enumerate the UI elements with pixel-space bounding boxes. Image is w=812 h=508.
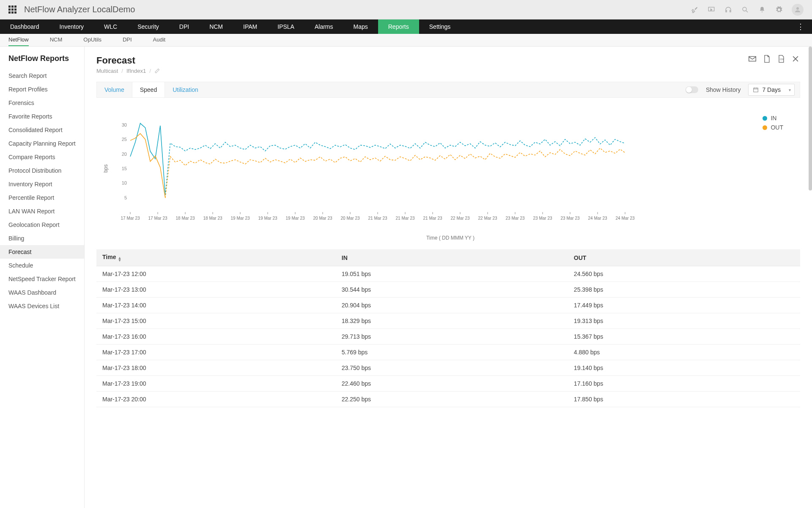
- chart: bps IN OUT 5101520253017 Mar 2317 Mar 23…: [96, 106, 800, 245]
- user-avatar[interactable]: [792, 4, 804, 16]
- edit-icon[interactable]: [154, 68, 160, 74]
- svg-text:24 Mar 23: 24 Mar 23: [588, 216, 607, 221]
- nav-more-icon[interactable]: ⋮: [789, 19, 812, 34]
- breadcrumb-item[interactable]: IfIndex1: [126, 68, 146, 74]
- sidebar-item-percentile-report[interactable]: Percentile Report: [0, 191, 84, 204]
- sidebar-item-waas-devices-list[interactable]: WAAS Devices List: [0, 299, 84, 313]
- apps-grid-icon[interactable]: [8, 6, 16, 14]
- chart-legend: IN OUT: [763, 115, 783, 133]
- svg-text:19 Mar 23: 19 Mar 23: [230, 216, 250, 221]
- filter-tab-volume[interactable]: Volume: [97, 82, 132, 97]
- svg-text:21 Mar 23: 21 Mar 23: [395, 216, 414, 221]
- gear-icon[interactable]: [775, 6, 783, 14]
- legend-item-out[interactable]: OUT: [763, 124, 783, 131]
- svg-text:15: 15: [122, 166, 127, 171]
- svg-text:CSV: CSV: [780, 58, 785, 61]
- show-history-label: Show History: [706, 86, 741, 93]
- email-icon[interactable]: [748, 54, 757, 64]
- svg-text:21 Mar 23: 21 Mar 23: [368, 216, 387, 221]
- app-title: NetFlow Analyzer LocalDemo: [24, 5, 135, 14]
- headset-icon[interactable]: [724, 6, 732, 14]
- nav-tab-ncm[interactable]: NCM: [199, 19, 233, 34]
- svg-text:17 Mar 23: 17 Mar 23: [148, 216, 167, 221]
- main-nav: DashboardInventoryWLCSecurityDPINCMIPAMI…: [0, 19, 812, 34]
- svg-text:21 Mar 23: 21 Mar 23: [423, 216, 442, 221]
- svg-text:20: 20: [122, 152, 127, 157]
- csv-icon[interactable]: CSV: [776, 54, 786, 64]
- show-history-toggle[interactable]: [686, 86, 698, 93]
- nav-tab-ipsla[interactable]: IPSLA: [267, 19, 304, 34]
- sub-tab-ncm[interactable]: NCM: [50, 34, 63, 46]
- sidebar-item-waas-dashboard[interactable]: WAAS Dashboard: [0, 286, 84, 299]
- nav-tab-ipam[interactable]: IPAM: [233, 19, 267, 34]
- table-row: Mar-17-23 20:0022.250 bps17.850 bps: [96, 392, 800, 407]
- nav-tab-wlc[interactable]: WLC: [94, 19, 127, 34]
- nav-tab-dashboard[interactable]: Dashboard: [0, 19, 49, 34]
- sidebar-item-geolocation-report[interactable]: Geolocation Report: [0, 218, 84, 232]
- nav-tab-alarms[interactable]: Alarms: [304, 19, 343, 34]
- column-header-out[interactable]: OUT: [568, 249, 800, 266]
- sidebar-item-protocol-distribution[interactable]: Protocol Distribution: [0, 164, 84, 177]
- legend-item-in[interactable]: IN: [763, 115, 783, 121]
- sub-nav: NetFlowNCMOpUtilsDPIAudit: [0, 34, 812, 47]
- svg-rect-3: [749, 57, 756, 61]
- sidebar-item-netspeed-tracker-report[interactable]: NetSpeed Tracker Report: [0, 272, 84, 286]
- sidebar-item-forensics[interactable]: Forensics: [0, 96, 84, 110]
- scrollbar-thumb[interactable]: [809, 47, 812, 190]
- sidebar-item-schedule[interactable]: Schedule: [0, 259, 84, 272]
- sidebar-item-search-report[interactable]: Search Report: [0, 69, 84, 83]
- filter-tab-speed[interactable]: Speed: [132, 82, 165, 97]
- sidebar-item-capacity-planning-report[interactable]: Capacity Planning Report: [0, 137, 84, 150]
- sub-tab-oputils[interactable]: OpUtils: [83, 34, 102, 46]
- table-row: Mar-17-23 14:0020.904 bps17.449 bps: [96, 298, 800, 313]
- nav-tab-dpi[interactable]: DPI: [169, 19, 199, 34]
- filter-bar: VolumeSpeedUtilization Show History 7 Da…: [96, 82, 800, 98]
- chart-xlabel: Time ( DD MMM YY ): [113, 235, 787, 241]
- period-select[interactable]: 7 Days: [748, 84, 795, 96]
- svg-text:20 Mar 23: 20 Mar 23: [340, 216, 359, 221]
- bell-icon[interactable]: [758, 6, 766, 14]
- sub-tab-audit[interactable]: Audit: [153, 34, 166, 46]
- breadcrumb: Multicast / IfIndex1 /: [96, 68, 800, 74]
- nav-tab-settings[interactable]: Settings: [419, 19, 461, 34]
- sidebar-item-inventory-report[interactable]: Inventory Report: [0, 177, 84, 191]
- chart-canvas: 5101520253017 Mar 2317 Mar 2318 Mar 2318…: [113, 115, 650, 233]
- nav-tab-reports[interactable]: Reports: [378, 19, 419, 34]
- sidebar-item-billing[interactable]: Billing: [0, 232, 84, 245]
- search-icon[interactable]: [741, 6, 749, 14]
- table-row: Mar-17-23 19:0022.460 bps17.160 bps: [96, 376, 800, 392]
- presentation-icon[interactable]: [707, 6, 716, 14]
- sort-icon: ▲▼: [118, 257, 121, 262]
- main-content: Forecast Multicast / IfIndex1 / CSV Volu…: [85, 47, 812, 508]
- table-row: Mar-17-23 16:0029.713 bps15.367 bps: [96, 329, 800, 345]
- svg-text:10: 10: [122, 180, 127, 185]
- sidebar: NetFlow Reports Search ReportReport Prof…: [0, 47, 85, 508]
- breadcrumb-item[interactable]: Multicast: [96, 68, 118, 74]
- close-icon[interactable]: [791, 54, 800, 64]
- svg-text:22 Mar 23: 22 Mar 23: [450, 216, 469, 221]
- nav-tab-security[interactable]: Security: [127, 19, 169, 34]
- nav-tab-maps[interactable]: Maps: [343, 19, 378, 34]
- svg-text:23 Mar 23: 23 Mar 23: [505, 216, 524, 221]
- sidebar-item-consolidated-report[interactable]: Consolidated Report: [0, 123, 84, 137]
- svg-text:18 Mar 23: 18 Mar 23: [176, 216, 195, 221]
- svg-rect-5: [754, 88, 758, 92]
- calendar-icon: [753, 87, 759, 93]
- table-row: Mar-17-23 17:005.769 bps4.880 bps: [96, 345, 800, 360]
- column-header-in[interactable]: IN: [336, 249, 568, 266]
- filter-tab-utilization[interactable]: Utilization: [165, 82, 206, 97]
- pdf-icon[interactable]: [762, 54, 771, 64]
- sidebar-item-favorite-reports[interactable]: Favorite Reports: [0, 110, 84, 123]
- sidebar-item-report-profiles[interactable]: Report Profiles: [0, 83, 84, 96]
- table-row: Mar-17-23 15:0018.329 bps19.313 bps: [96, 313, 800, 329]
- sidebar-item-forecast[interactable]: Forecast: [0, 245, 84, 259]
- sidebar-item-lan-wan-report[interactable]: LAN WAN Report: [0, 204, 84, 218]
- sub-tab-netflow[interactable]: NetFlow: [8, 34, 29, 46]
- sidebar-item-compare-reports[interactable]: Compare Reports: [0, 150, 84, 164]
- nav-tab-inventory[interactable]: Inventory: [49, 19, 94, 34]
- page-actions: CSV: [748, 54, 800, 64]
- svg-point-2: [796, 7, 799, 10]
- rocket-icon[interactable]: [690, 6, 699, 14]
- column-header-time[interactable]: Time▲▼: [96, 249, 336, 266]
- sub-tab-dpi[interactable]: DPI: [123, 34, 132, 46]
